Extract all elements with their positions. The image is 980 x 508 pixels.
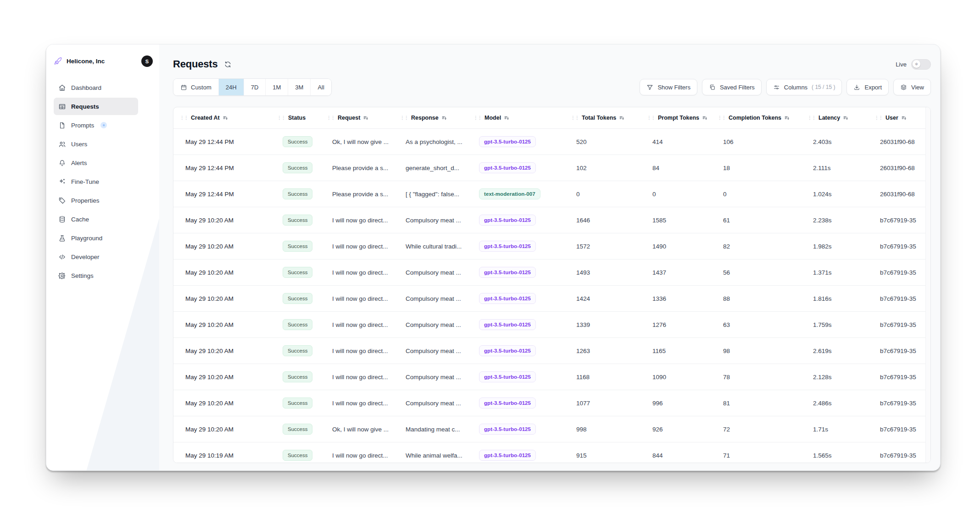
sort-icon[interactable] <box>363 115 369 121</box>
cell-created-at: May 29 12:44 PM <box>173 138 271 145</box>
cell-completion-tokens: 61 <box>711 217 801 224</box>
drag-handle-icon[interactable]: ⋮⋮ <box>571 116 579 120</box>
cell-response: While cultural tradi... <box>394 243 467 250</box>
sidebar-item-playground[interactable]: Playground <box>54 229 138 247</box>
column-header-request[interactable]: ⋮⋮Request <box>320 115 394 121</box>
table-row[interactable]: May 29 10:20 AMSuccessI will now go dire… <box>173 390 930 416</box>
cell-user: b7c67919-35 <box>868 452 930 459</box>
drag-handle-icon[interactable]: ⋮⋮ <box>874 116 883 120</box>
sidebar-item-requests[interactable]: Requests <box>54 98 138 115</box>
column-header-latency[interactable]: ⋮⋮Latency <box>801 115 868 121</box>
show-filters-button[interactable]: Show Filters <box>640 79 697 95</box>
drag-handle-icon[interactable]: ⋮⋮ <box>807 116 816 120</box>
sort-icon[interactable] <box>702 115 708 121</box>
sort-icon[interactable] <box>784 115 790 121</box>
table-scrollbar[interactable] <box>925 107 930 463</box>
cell-status: Success <box>271 345 320 356</box>
toolbar: Custom24H7D1M3MAll Show FiltersSaved Fil… <box>173 78 931 96</box>
column-header-status[interactable]: ⋮⋮Status <box>271 115 320 121</box>
model-badge: gpt-3.5-turbo-0125 <box>479 241 536 252</box>
column-header-completion-tokens[interactable]: ⋮⋮Completion Tokens <box>711 115 801 121</box>
export-button[interactable]: Export <box>846 79 889 95</box>
live-toggle[interactable]: ❄ <box>911 59 931 70</box>
table-row[interactable]: May 29 10:20 AMSuccessI will now go dire… <box>173 286 930 312</box>
org-switcher[interactable]: Helicone, Inc S <box>54 55 153 67</box>
sidebar-item-label: Prompts <box>71 122 94 129</box>
cell-response: Compulsory meat ... <box>394 295 467 302</box>
column-label: Response <box>411 115 439 121</box>
time-range-label: 7D <box>251 84 259 91</box>
cell-latency: 2.486s <box>801 400 868 407</box>
sidebar-item-label: Properties <box>71 197 100 204</box>
avatar[interactable]: S <box>141 55 153 67</box>
cell-model: gpt-3.5-turbo-0125 <box>467 398 564 409</box>
column-header-created-at[interactable]: ⋮⋮Created At <box>173 115 271 121</box>
sidebar-item-fine-tune[interactable]: Fine-Tune <box>54 173 138 190</box>
cell-model: gpt-3.5-turbo-0125 <box>467 241 564 252</box>
cell-prompt-tokens: 1437 <box>640 269 711 276</box>
saved-filters-button[interactable]: Saved Filters <box>702 79 762 95</box>
sidebar-item-settings[interactable]: Settings <box>54 267 138 284</box>
table-row[interactable]: May 29 10:20 AMSuccessOk, I will now giv… <box>173 416 930 442</box>
sort-icon[interactable] <box>504 115 510 121</box>
model-badge: gpt-3.5-turbo-0125 <box>479 371 536 382</box>
sort-icon[interactable] <box>223 115 228 121</box>
drag-handle-icon[interactable]: ⋮⋮ <box>473 116 482 120</box>
drag-handle-icon[interactable]: ⋮⋮ <box>647 116 655 120</box>
drag-handle-icon[interactable]: ⋮⋮ <box>718 116 726 120</box>
time-range-7d[interactable]: 7D <box>244 79 266 95</box>
column-header-total-tokens[interactable]: ⋮⋮Total Tokens <box>564 115 640 121</box>
column-header-model[interactable]: ⋮⋮Model <box>467 115 564 121</box>
time-range-1m[interactable]: 1M <box>265 79 288 95</box>
table-row[interactable]: May 29 10:19 AMSuccessI will now go dire… <box>173 442 930 463</box>
table-row[interactable]: May 29 10:20 AMSuccessI will now go dire… <box>173 260 930 286</box>
refresh-button[interactable] <box>224 61 232 68</box>
table-row[interactable]: May 29 12:44 PMSuccessPlease provide a s… <box>173 155 930 181</box>
sidebar-item-prompts[interactable]: Prompts✳ <box>54 116 138 134</box>
cell-response: While animal welfa... <box>394 452 467 459</box>
cell-model: gpt-3.5-turbo-0125 <box>467 162 564 173</box>
home-icon <box>58 84 66 92</box>
doc-icon <box>58 121 66 129</box>
tag-icon <box>58 197 66 204</box>
cell-prompt-tokens: 1490 <box>640 243 711 250</box>
time-range-custom[interactable]: Custom <box>173 79 218 95</box>
sort-icon[interactable] <box>441 115 447 121</box>
table-row[interactable]: May 29 10:20 AMSuccessI will now go dire… <box>173 207 930 233</box>
cell-created-at: May 29 10:20 AM <box>173 321 271 328</box>
sidebar: Helicone, Inc S DashboardRequestsPrompts… <box>46 44 159 470</box>
user-id: 26031f90-68 <box>880 165 915 171</box>
sidebar-item-developer[interactable]: Developer <box>54 248 138 265</box>
sidebar-nav: DashboardRequestsPrompts✳UsersAlertsFine… <box>54 79 153 284</box>
sidebar-item-label: Users <box>71 141 87 148</box>
table-row[interactable]: May 29 10:20 AMSuccessI will now go dire… <box>173 233 930 260</box>
cell-total-tokens: 102 <box>564 165 640 171</box>
sidebar-item-alerts[interactable]: Alerts <box>54 154 138 171</box>
time-range-24h[interactable]: 24H <box>218 79 244 95</box>
sidebar-item-properties[interactable]: Properties <box>54 192 138 209</box>
cell-user: b7c67919-35 <box>868 269 930 276</box>
sidebar-item-users[interactable]: Users <box>54 135 138 153</box>
column-header-prompt-tokens[interactable]: ⋮⋮Prompt Tokens <box>640 115 711 121</box>
sort-icon[interactable] <box>901 115 907 121</box>
drag-handle-icon[interactable]: ⋮⋮ <box>180 116 188 120</box>
sort-icon[interactable] <box>619 115 625 121</box>
view-button[interactable]: View <box>893 79 931 95</box>
sidebar-item-cache[interactable]: Cache <box>54 210 138 228</box>
column-header-user[interactable]: ⋮⋮User <box>868 115 930 121</box>
drag-handle-icon[interactable]: ⋮⋮ <box>400 116 408 120</box>
table-row[interactable]: May 29 10:20 AMSuccessI will now go dire… <box>173 312 930 338</box>
columns-button[interactable]: Columns( 15 / 15 ) <box>766 79 842 95</box>
table-row[interactable]: May 29 12:44 PMSuccessPlease provide a s… <box>173 181 930 207</box>
sidebar-item-dashboard[interactable]: Dashboard <box>54 79 138 96</box>
sort-icon[interactable] <box>843 115 849 121</box>
table-row[interactable]: May 29 10:20 AMSuccessI will now go dire… <box>173 338 930 364</box>
table-row[interactable]: May 29 10:20 AMSuccessI will now go dire… <box>173 364 930 390</box>
time-range-all[interactable]: All <box>310 79 331 95</box>
time-range-3m[interactable]: 3M <box>288 79 310 95</box>
column-header-response[interactable]: ⋮⋮Response <box>394 115 467 121</box>
drag-handle-icon[interactable]: ⋮⋮ <box>277 116 285 120</box>
status-badge: Success <box>283 241 312 252</box>
drag-handle-icon[interactable]: ⋮⋮ <box>327 116 335 120</box>
table-row[interactable]: May 29 12:44 PMSuccessOk, I will now giv… <box>173 129 930 155</box>
